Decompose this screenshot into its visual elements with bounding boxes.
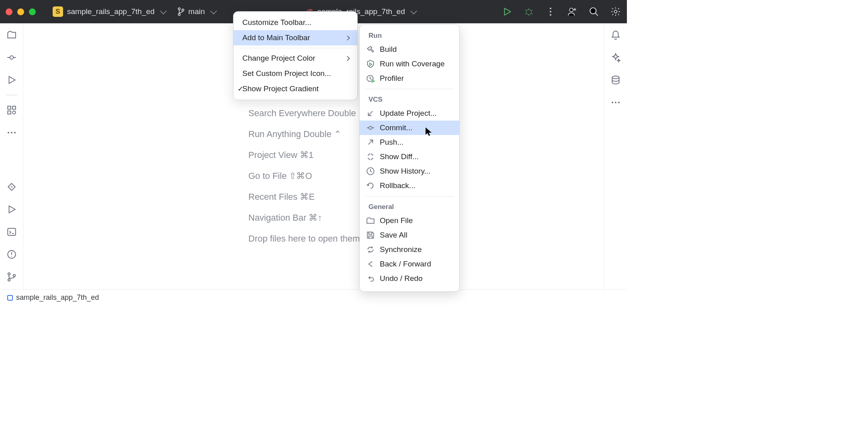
run-tool-button[interactable] (6, 182, 17, 192)
folder-icon (366, 216, 375, 225)
submenu-item-back-forward[interactable]: Back / Forward (360, 257, 459, 271)
submenu-item-build[interactable]: Build (360, 42, 459, 57)
status-bar: sample_rails_app_7th_ed (0, 289, 627, 305)
submenu-item-show-history[interactable]: Show History... (360, 164, 459, 178)
run-button[interactable] (502, 6, 513, 17)
svg-point-2 (182, 9, 184, 11)
menu-item-label: Update Project... (380, 109, 437, 118)
submenu-group-vcs: VCS (360, 92, 459, 106)
module-icon (7, 295, 13, 301)
notifications-tool-button[interactable] (610, 30, 621, 40)
submenu-item-profiler[interactable]: Profiler (360, 71, 459, 86)
submenu-group-general: General (360, 200, 459, 213)
svg-point-6 (614, 10, 617, 13)
more-tool-windows-button[interactable] (6, 127, 17, 138)
project-selector[interactable]: S sample_rails_app_7th_ed (49, 4, 169, 19)
minimize-window-button[interactable] (17, 8, 24, 15)
debug-button[interactable] (523, 6, 534, 17)
mouse-cursor-icon (425, 127, 432, 138)
menu-item-label: Show Project Gradient (242, 84, 319, 93)
tip-search-everywhere: Search Everywhere Double ⇧ (248, 103, 366, 124)
submenu-item-run-coverage[interactable]: Run with Coverage (360, 57, 459, 71)
project-name-label: sample_rails_app_7th_ed (67, 7, 155, 16)
close-window-button[interactable] (6, 8, 12, 15)
submenu-item-rollback[interactable]: Rollback... (360, 178, 459, 193)
submenu-item-show-diff[interactable]: Show Diff... (360, 150, 459, 164)
menu-item-label: Show Diff... (380, 152, 419, 161)
git-branch-selector[interactable]: main (173, 5, 219, 18)
diff-icon (366, 152, 375, 161)
menu-item-show-gradient[interactable]: ✓Show Project Gradient (233, 81, 357, 96)
more-actions-button[interactable] (545, 6, 556, 17)
menu-item-label: Rollback... (380, 181, 416, 190)
structure-tool-button[interactable] (6, 105, 17, 115)
menu-item-label: Back / Forward (380, 260, 431, 268)
services-tool-button[interactable] (6, 75, 17, 85)
settings-button[interactable] (610, 6, 621, 17)
tip-project-view: Project View ⌘1 (248, 145, 366, 166)
menu-divider (238, 48, 352, 48)
separator (6, 95, 17, 95)
menu-item-set-custom-icon[interactable]: Set Custom Project Icon... (233, 66, 357, 81)
titlebar-right-actions (502, 6, 621, 17)
menu-item-label: Change Project Color (242, 54, 315, 63)
project-badge-icon: S (53, 6, 63, 17)
svg-point-0 (178, 8, 180, 10)
menu-divider (365, 196, 454, 197)
search-everywhere-button[interactable] (588, 6, 600, 17)
add-to-toolbar-submenu: Run Build Run with Coverage Profiler VCS… (359, 24, 460, 292)
database-tool-button[interactable] (610, 75, 621, 85)
svg-point-11 (12, 111, 16, 114)
svg-rect-9 (12, 106, 16, 109)
arrow-left-icon (366, 260, 375, 268)
sync-icon (366, 245, 375, 254)
window-controls (6, 8, 36, 15)
ai-assistant-tool-button[interactable] (610, 52, 621, 63)
submenu-item-commit[interactable]: Commit... (360, 121, 459, 135)
menu-item-label: Build (380, 45, 397, 54)
tip-goto-file: Go to File ⇧⌘O (248, 166, 366, 186)
menu-item-label: Add to Main Toolbar (242, 33, 310, 42)
menu-item-add-to-main-toolbar[interactable]: Add to Main Toolbar (233, 30, 357, 45)
code-with-me-button[interactable] (567, 6, 578, 17)
submenu-item-update-project[interactable]: Update Project... (360, 106, 459, 121)
tip-run-anything: Run Anything Double ⌃ (248, 124, 366, 145)
status-project-label[interactable]: sample_rails_app_7th_ed (16, 293, 99, 302)
svg-point-4 (570, 8, 573, 12)
commit-tool-button[interactable] (6, 52, 17, 63)
save-icon (366, 231, 375, 240)
more-right-tool-button[interactable] (610, 97, 621, 108)
git-tool-button[interactable] (6, 272, 17, 282)
toolbar-context-menu: Customize Toolbar... Add to Main Toolbar… (233, 11, 358, 100)
branch-icon (177, 7, 184, 16)
menu-item-label: Synchronize (380, 245, 422, 254)
check-icon: ✓ (237, 84, 244, 93)
submenu-item-undo-redo[interactable]: Undo / Redo (360, 271, 459, 286)
svg-rect-12 (8, 228, 16, 235)
submenu-item-push[interactable]: Push... (360, 135, 459, 150)
editor-tips: Search Everywhere Double ⇧ Run Anything … (248, 103, 366, 249)
submenu-item-open-file[interactable]: Open File (360, 213, 459, 228)
chevron-down-icon (210, 8, 217, 14)
tip-nav-bar: Navigation Bar ⌘↑ (248, 207, 366, 228)
play-tool-button[interactable] (6, 204, 17, 215)
submenu-item-save-all[interactable]: Save All (360, 228, 459, 242)
clock-icon (366, 167, 375, 176)
right-toolwindow-bar (604, 23, 627, 289)
menu-item-label: Profiler (380, 74, 404, 83)
problems-tool-button[interactable] (6, 249, 17, 260)
menu-item-label: Run with Coverage (380, 59, 445, 68)
svg-point-3 (526, 10, 532, 15)
menu-item-change-project-color[interactable]: Change Project Color (233, 51, 357, 66)
menu-item-customize-toolbar[interactable]: Customize Toolbar... (233, 15, 357, 30)
project-tool-button[interactable] (6, 30, 17, 40)
menu-item-label: Push... (380, 138, 403, 147)
commit-icon (366, 123, 375, 132)
left-toolwindow-bar (0, 23, 23, 289)
menu-item-label: Save All (380, 231, 407, 240)
terminal-tool-button[interactable] (6, 227, 17, 237)
maximize-window-button[interactable] (29, 8, 36, 15)
tip-recent-files: Recent Files ⌘E (248, 186, 366, 207)
arrow-up-right-icon (366, 138, 375, 147)
submenu-item-synchronize[interactable]: Synchronize (360, 242, 459, 257)
